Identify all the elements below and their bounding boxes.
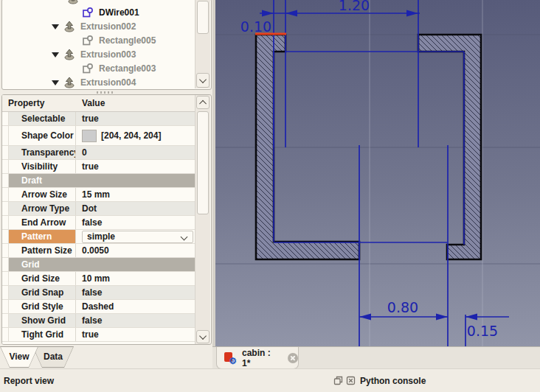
chevron-down-icon	[199, 76, 207, 83]
property-row[interactable]: Show Grid false	[2, 314, 195, 328]
tree-item-label: Extrusion002	[80, 21, 136, 32]
tab-data[interactable]: Data	[32, 346, 74, 368]
property-row[interactable]: Visibility true	[2, 160, 195, 174]
tree-item-rectangle003[interactable]: Rectangle003	[2, 61, 195, 75]
section-label: Grid	[9, 259, 40, 270]
dock-float-icon[interactable]	[333, 376, 343, 385]
tab-close-icon[interactable]	[288, 353, 298, 363]
left-dock-panel: DWire001 Extrusion002	[0, 0, 212, 346]
document-tab-bar: ⚙ cabin : 1*	[212, 346, 540, 368]
property-value[interactable]: 15 mm	[76, 189, 195, 200]
property-row[interactable]: End Arrow false	[2, 216, 195, 230]
property-value[interactable]: 0	[76, 147, 195, 158]
dim-label-top: 1.20	[339, 0, 370, 13]
combobox-value: simple	[87, 231, 115, 242]
expander-triangle-icon[interactable]	[51, 22, 60, 31]
pattern-combobox[interactable]: simple	[82, 231, 193, 243]
model-tree[interactable]: DWire001 Extrusion002	[1, 0, 212, 90]
property-table: Property Value Selectable true Shape Col…	[2, 95, 195, 344]
tree-item-label: Rectangle005	[99, 35, 156, 46]
rectangle-sketch-icon	[82, 35, 94, 46]
tree-item-partial-top[interactable]	[2, 0, 195, 5]
property-label: Arrow Size	[9, 188, 76, 201]
property-editor: Property Value Selectable true Shape Col…	[1, 94, 212, 345]
expander-triangle-icon[interactable]	[51, 78, 60, 87]
document-tab-cabin[interactable]: ⚙ cabin : 1*	[216, 347, 299, 369]
property-row[interactable]: Transparency 0	[2, 146, 195, 160]
property-value[interactable]: Dashed	[76, 301, 195, 312]
tree-item-dwire001[interactable]: DWire001	[2, 5, 195, 19]
tree-item-extrusion004[interactable]: Extrusion004	[2, 75, 195, 89]
color-swatch[interactable]	[82, 130, 97, 142]
property-row[interactable]: Grid Snap false	[2, 286, 195, 300]
tree-scrollbar-thumb[interactable]	[197, 1, 209, 34]
property-row-pattern-selected[interactable]: Pattern simple	[2, 230, 195, 244]
dock-tab-bar: View Data	[0, 346, 212, 368]
property-value[interactable]: Dot	[76, 203, 195, 214]
tree-scrollbar[interactable]	[195, 0, 210, 88]
section-label: Draft	[9, 175, 42, 186]
property-label: Arrow Type	[9, 202, 76, 215]
property-row[interactable]: Grid Style Dashed	[2, 300, 195, 314]
tab-view[interactable]: View	[0, 346, 38, 368]
property-row[interactable]: Shape Color [204, 204, 204]	[2, 126, 195, 146]
header-property: Property	[2, 98, 76, 108]
tree-item-label: Rectangle003	[99, 63, 156, 74]
property-value[interactable]: false	[76, 315, 195, 326]
chevron-down-icon	[181, 233, 188, 240]
extrusion-icon	[63, 49, 75, 60]
property-value[interactable]: true	[76, 113, 195, 124]
property-label: Show Grid	[9, 314, 76, 327]
tree-rows: DWire001 Extrusion002	[2, 0, 195, 89]
property-value[interactable]: true	[76, 161, 195, 172]
tree-item-extrusion002[interactable]: Extrusion002	[2, 19, 195, 33]
python-console-title: Python console	[360, 376, 426, 386]
property-row[interactable]: Tight Grid true	[2, 328, 195, 342]
property-value: [204, 204, 204]	[101, 130, 161, 141]
draft-wire-icon	[82, 7, 94, 18]
dock-close-icon[interactable]	[346, 376, 356, 385]
document-tab-title: cabin : 1*	[242, 348, 279, 368]
tree-item-rectangle005[interactable]: Rectangle005	[2, 33, 195, 47]
property-row[interactable]: Selectable true	[2, 112, 195, 126]
splitter-handle-icon	[97, 91, 113, 94]
property-value[interactable]: 0.0050	[76, 245, 195, 256]
property-scroll-down-button[interactable]	[196, 330, 210, 343]
property-label: Selectable	[9, 112, 76, 125]
property-value[interactable]: false	[76, 217, 195, 228]
property-scroll-up-button[interactable]	[196, 96, 210, 109]
property-value[interactable]: 10 mm	[76, 273, 195, 284]
tree-scroll-down-button[interactable]	[196, 73, 210, 88]
rectangle-sketch-icon	[82, 63, 94, 74]
property-value[interactable]: false	[76, 287, 195, 298]
dim-label-bottom: 0.80	[387, 299, 418, 315]
property-label: Pattern	[9, 230, 76, 243]
dim-label-top-left: 0.10	[240, 18, 271, 35]
chevron-down-icon	[199, 332, 207, 340]
header-value: Value	[76, 98, 105, 108]
property-section-row[interactable]: Grid	[2, 258, 195, 272]
freecad-document-icon: ⚙	[224, 352, 236, 364]
property-scrollbar-thumb[interactable]	[197, 111, 209, 214]
property-label: Shape Color	[9, 126, 76, 145]
property-scrollbar[interactable]	[195, 95, 210, 344]
tree-item-label: Extrusion003	[80, 49, 136, 60]
property-row[interactable]: Pattern Size 0.0050	[2, 244, 195, 258]
dim-label-bottom-right: 0.15	[467, 323, 498, 339]
tree-item-extrusion003[interactable]: Extrusion003	[2, 47, 195, 61]
property-label: Visibility	[9, 160, 76, 173]
property-row[interactable]: Arrow Size 15 mm	[2, 188, 195, 202]
3d-viewport[interactable]: 1.20 0.10 0.80 0.15	[212, 0, 540, 346]
property-section-row[interactable]: Draft	[2, 174, 195, 188]
property-value[interactable]: true	[76, 329, 195, 340]
property-table-header: Property Value	[2, 95, 195, 112]
property-label: Grid Snap	[9, 286, 76, 299]
property-label: Grid Style	[9, 300, 76, 313]
property-row[interactable]: Grid Size 10 mm	[2, 272, 195, 286]
expander-triangle-icon[interactable]	[51, 50, 60, 59]
tree-item-label: Extrusion004	[80, 77, 136, 88]
freecad-window: DWire001 Extrusion002	[0, 0, 540, 392]
property-row[interactable]: Arrow Type Dot	[2, 202, 195, 216]
property-label: End Arrow	[9, 216, 76, 229]
property-label: Pattern Size	[9, 244, 76, 257]
